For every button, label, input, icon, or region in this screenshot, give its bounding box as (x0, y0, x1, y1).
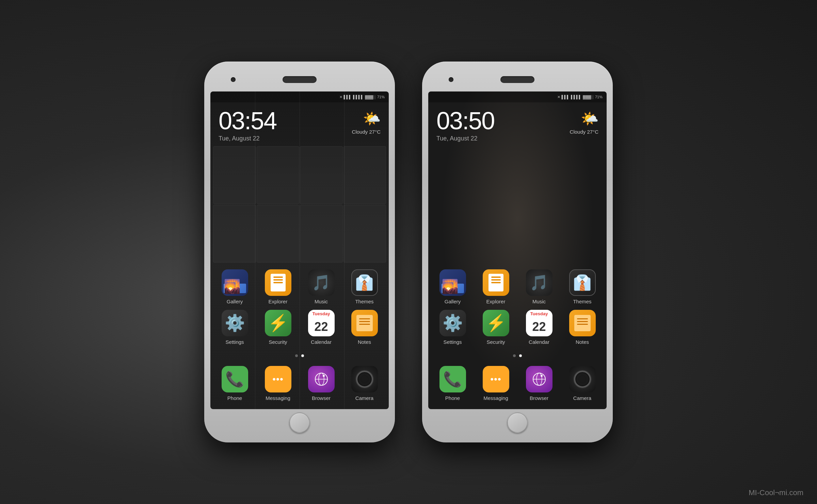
weather-text-right: Cloudy 27°C (570, 129, 598, 135)
app-explorer-right[interactable]: Explorer (474, 267, 517, 307)
dock-browser-right[interactable]: Browser (517, 363, 561, 404)
dot-2-left (301, 354, 304, 357)
dock-phone-right[interactable]: 📞 Phone (431, 363, 474, 404)
dock-camera-left[interactable]: Camera (343, 363, 386, 404)
calendar-icon-right: Tuesday 22 (526, 310, 552, 336)
widget-cell-7 (300, 205, 343, 263)
music-label-left: Music (315, 299, 328, 304)
browser-svg-left (313, 371, 330, 388)
widget-cell-5 (213, 205, 256, 263)
phone-icon-right: 📞 (439, 366, 466, 392)
gallery-label-right: Gallery (445, 299, 461, 304)
app-gallery-right[interactable]: 🌄 Gallery (431, 267, 474, 307)
phone-label-left: Phone (227, 395, 242, 401)
app-music-right[interactable]: 🎵 Music (517, 267, 561, 307)
dock-right: 📞 Phone ••• Messaging (428, 360, 607, 409)
camera-icon-left (351, 366, 378, 392)
dock-camera-right[interactable]: Camera (561, 363, 604, 404)
explorer-icon-right (483, 269, 509, 296)
phone-right: ✕ ▌▌▌ ▌▌▌▌ ▓▓▓░ 71% 03:50 Tue, August 22… (422, 62, 613, 442)
wifi-signal-icon: ▌▌▌▌ (353, 95, 364, 99)
bottom-bezel-right (428, 409, 607, 436)
bottom-bezel-left (210, 409, 389, 436)
clock-left: 03:54 Tue, August 22 (219, 108, 276, 142)
top-bezel-left (210, 68, 389, 91)
weather-right: 🌤️ Cloudy 27°C (570, 108, 598, 135)
dock-left: 📞 Phone ••• Messaging (210, 360, 389, 409)
front-camera-right (449, 77, 453, 82)
status-icons-left: ✕ ▌▌▌ ▌▌▌▌ ▓▓▓░ 71% (339, 95, 385, 99)
calendar-day-right: 22 (526, 317, 552, 336)
battery-percent-right: 71% (595, 95, 603, 99)
app-music-left[interactable]: 🎵 Music (300, 267, 343, 307)
page-dots-right (428, 352, 607, 360)
settings-label-right: Settings (443, 339, 462, 345)
phone-label-right: Phone (445, 395, 460, 401)
browser-icon-right (526, 366, 552, 392)
calendar-header-left: Tuesday (308, 310, 335, 317)
app-notes-right[interactable]: Notes (561, 307, 604, 348)
dock-messaging-left[interactable]: ••• Messaging (256, 363, 300, 404)
camera-icon-right (569, 366, 596, 392)
top-bezel-right (428, 68, 607, 91)
themes-icon-left: 👔 (351, 269, 378, 296)
phone-icon-left: 📞 (222, 366, 248, 392)
time-left: 03:54 (219, 108, 276, 133)
status-bar-left: ✕ ▌▌▌ ▌▌▌▌ ▓▓▓░ 71% (210, 91, 389, 102)
browser-label-right: Browser (530, 395, 548, 401)
wifi-signal-icon-r: ▌▌▌▌ (571, 95, 581, 99)
security-label-left: Security (269, 339, 287, 345)
music-icon-left: 🎵 (308, 269, 335, 296)
music-label-right: Music (532, 299, 546, 304)
settings-icon-right: ⚙️ (439, 310, 466, 336)
widget-cell-8 (343, 205, 386, 263)
app-notes-left[interactable]: Notes (343, 307, 386, 348)
widget-cell-6 (257, 205, 300, 263)
security-icon-left: ⚡ (265, 310, 291, 336)
app-security-right[interactable]: ⚡ Security (474, 307, 517, 348)
app-explorer-left[interactable]: Explorer (256, 267, 300, 307)
music-icon-right: 🎵 (526, 269, 552, 296)
phone-left: ✕ ▌▌▌ ▌▌▌▌ ▓▓▓░ 71% 03:54 Tue, August 22… (204, 62, 395, 442)
browser-icon-left (308, 366, 335, 392)
dock-browser-left[interactable]: Browser (300, 363, 343, 404)
app-calendar-right[interactable]: Tuesday 22 Calendar (517, 307, 561, 348)
browser-svg-right (531, 371, 548, 388)
status-bar-right: ✕ ▌▌▌ ▌▌▌▌ ▓▓▓░ 71% (428, 91, 607, 102)
app-themes-left[interactable]: 👔 Themes (343, 267, 386, 307)
app-calendar-left[interactable]: Tuesday 22 Calendar (300, 307, 343, 348)
app-grid-left: 🌄 Gallery Explorer 🎵 Music (210, 263, 389, 352)
home-button-right[interactable] (507, 413, 528, 433)
clock-area-right: 03:50 Tue, August 22 🌤️ Cloudy 27°C (428, 102, 607, 146)
widget-cell-1 (213, 146, 256, 204)
weather-icon-right: 🌤️ (578, 112, 598, 129)
camera-label-right: Camera (573, 395, 591, 401)
explorer-label-right: Explorer (486, 299, 506, 304)
front-camera-left (231, 77, 236, 82)
app-gallery-left[interactable]: 🌄 Gallery (213, 267, 256, 307)
notes-icon-left (351, 310, 378, 336)
screen-left: ✕ ▌▌▌ ▌▌▌▌ ▓▓▓░ 71% 03:54 Tue, August 22… (210, 91, 389, 409)
dock-phone-left[interactable]: 📞 Phone (213, 363, 256, 404)
date-right: Tue, August 22 (436, 135, 494, 142)
app-settings-left[interactable]: ⚙️ Settings (213, 307, 256, 348)
app-security-left[interactable]: ⚡ Security (256, 307, 300, 348)
dock-messaging-right[interactable]: ••• Messaging (474, 363, 517, 404)
notes-icon-right (569, 310, 596, 336)
signal-icon: ✕ (339, 95, 342, 99)
browser-label-left: Browser (312, 395, 331, 401)
widget-grid-left (212, 146, 387, 263)
app-settings-right[interactable]: ⚙️ Settings (431, 307, 474, 348)
status-icons-right: ✕ ▌▌▌ ▌▌▌▌ ▓▓▓░ 71% (557, 95, 603, 99)
calendar-day-left: 22 (308, 317, 335, 336)
date-left: Tue, August 22 (219, 135, 276, 142)
app-themes-right[interactable]: 👔 Themes (561, 267, 604, 307)
messaging-icon-right: ••• (483, 366, 509, 392)
spacer-right (428, 146, 607, 263)
bars-icon: ▌▌▌ (344, 95, 352, 99)
time-right: 03:50 (436, 108, 494, 133)
messaging-label-right: Messaging (483, 395, 508, 401)
speaker-left (283, 76, 317, 83)
weather-text-left: Cloudy 27°C (352, 129, 381, 135)
home-button-left[interactable] (289, 413, 310, 433)
